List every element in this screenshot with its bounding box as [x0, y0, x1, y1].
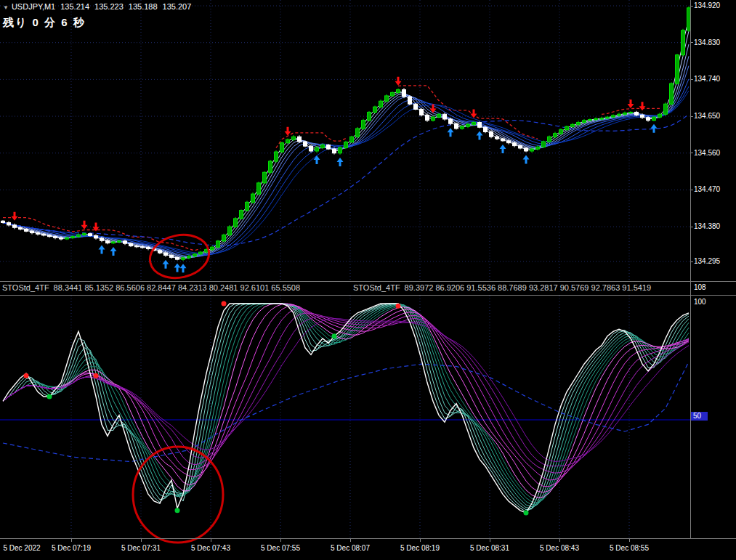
price-axis-label: 134.470 [694, 185, 720, 193]
indicator-scale-label: 100 [694, 298, 706, 306]
time-axis-label: 5 Dec 2022 [3, 544, 40, 552]
time-axis-label: 5 Dec 08:07 [331, 544, 370, 552]
time-axis-tick [559, 539, 560, 542]
indicator-values: 89.3972 86.9206 91.5536 88.7689 93.2817 … [405, 283, 652, 292]
time-axis-tick [71, 539, 72, 542]
price-axis-tick [691, 79, 693, 80]
time-axis-label: 5 Dec 07:55 [261, 544, 300, 552]
price-axis-label: 134.650 [694, 112, 720, 120]
slow-ma-dashed [3, 114, 689, 245]
time-axis-label: 5 Dec 07:31 [121, 544, 161, 552]
indicator-name: STOStd_4TF [353, 283, 400, 292]
quote-open: 135.214 [60, 2, 89, 11]
price-axis-tick [691, 153, 693, 153]
main-chart-canvas[interactable] [0, 0, 691, 281]
price-axis-divider [690, 0, 691, 538]
time-axis-label: 5 Dec 08:43 [540, 544, 579, 552]
time-axis-tick [420, 539, 421, 542]
time-axis-label: 5 Dec 07:19 [52, 544, 91, 552]
time-axis-label: 5 Dec 07:43 [191, 544, 230, 552]
indicator-name: STOStd_4TF [2, 283, 49, 292]
panel-separator-top[interactable] [0, 281, 736, 282]
indicator-scale-label: 50 [691, 412, 708, 421]
quote-info-bar: ▼USDJPY,M1135.214135.223135.188135.207 [3, 2, 191, 11]
time-axis-tick [280, 539, 281, 542]
price-axis-label: 134.740 [694, 75, 720, 83]
price-axis-tick [691, 116, 693, 117]
time-axis-tick [211, 539, 211, 542]
indicator-scale-label: 108 [694, 283, 706, 291]
indicator-values: 88.3441 85.1352 86.5606 82.8447 84.2313 … [54, 283, 301, 292]
time-axis-label: 5 Dec 08:19 [400, 544, 440, 552]
stoch-teal-fan [3, 304, 689, 511]
symbol-dropdown-icon[interactable]: ▼ [3, 4, 9, 11]
time-axis-label: 5 Dec 08:31 [470, 544, 509, 552]
ma-ribbon [3, 19, 689, 259]
price-axis-label: 134.295 [694, 257, 720, 265]
quote-close: 135.207 [163, 2, 192, 11]
candle-countdown-timer: 残り 0 分 6 秒 [3, 16, 86, 30]
price-axis-label: 134.920 [694, 1, 720, 9]
price-axis-tick [691, 190, 693, 190]
candles-layer [1, 7, 691, 261]
red-trail-lines [3, 86, 660, 251]
panel-separator-bottom[interactable] [0, 538, 736, 539]
quote-low: 135.188 [129, 2, 158, 11]
time-axis-tick [141, 539, 142, 542]
indicator-label-right: STOStd_4TF89.3972 86.9206 91.5536 88.768… [353, 283, 651, 292]
symbol-label: USDJPY,M1 [12, 2, 55, 11]
stochastic-panel-canvas[interactable] [0, 296, 691, 538]
price-axis-tick [691, 42, 693, 43]
price-axis-tick [691, 227, 693, 227]
time-axis-tick [490, 539, 490, 542]
indicator-label-left: STOStd_4TF88.3441 85.1352 86.5606 82.844… [2, 283, 300, 292]
price-axis-label: 134.830 [694, 38, 720, 46]
price-axis-tick [691, 6, 693, 7]
price-axis-label: 134.380 [694, 222, 720, 230]
quote-high: 135.223 [94, 2, 124, 11]
time-axis-label: 5 Dec 08:55 [610, 544, 649, 552]
panel-separator-mid[interactable] [0, 295, 736, 296]
time-axis-tick [350, 539, 351, 542]
price-axis-label: 134.560 [694, 149, 720, 157]
indicator-header-row: STOStd_4TF88.3441 85.1352 86.5606 82.844… [0, 283, 690, 295]
price-axis-tick [691, 261, 693, 262]
time-axis-tick [629, 539, 630, 542]
mt4-chart-window: ▼USDJPY,M1135.214135.223135.188135.207 残… [0, 0, 736, 560]
